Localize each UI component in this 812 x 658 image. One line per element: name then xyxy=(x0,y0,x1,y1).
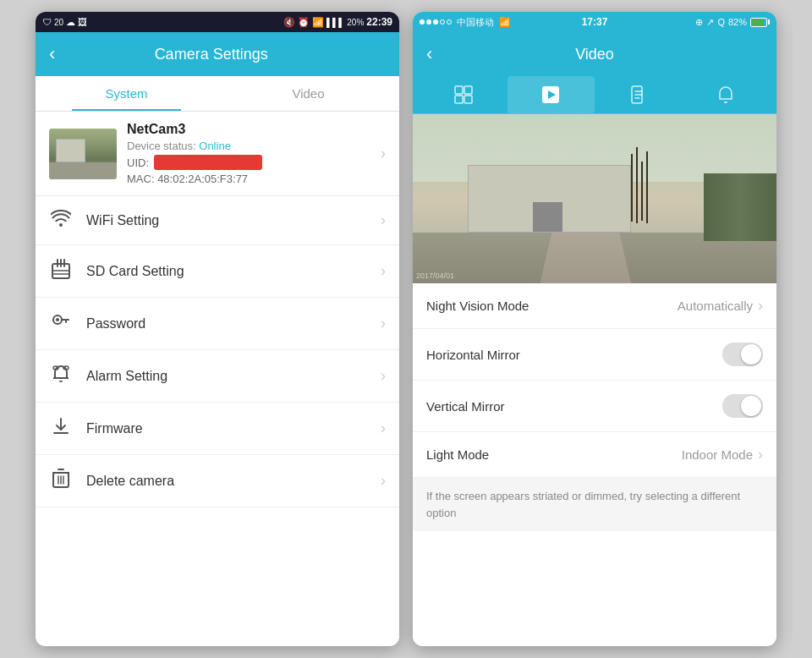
thumb-road xyxy=(49,162,117,179)
icon-tabs xyxy=(413,76,776,114)
status-bar-left: 🛡 20 ☁ 🖼 🔇 ⏰ 📶 ▌▌▌ 20% 22:39 xyxy=(36,12,399,32)
mac-label: MAC: xyxy=(127,173,155,185)
light-mode-chevron: › xyxy=(758,446,763,463)
tab-system[interactable]: System xyxy=(36,76,217,111)
status-label: Device status: xyxy=(127,140,196,152)
device-thumbnail xyxy=(49,129,117,179)
night-vision-item[interactable]: Night Vision Mode Automatically › xyxy=(413,283,776,329)
video-watermark: 2017/04/01 xyxy=(416,271,454,280)
firmware-chevron: › xyxy=(381,419,386,437)
uid-label: UID: xyxy=(127,156,149,169)
right-phone: 中国移动 📶 17:37 ⊕ ↗ Q 82% ‹ Video xyxy=(413,12,776,646)
settings-list: Night Vision Mode Automatically › Horizo… xyxy=(413,283,776,646)
play-icon xyxy=(540,85,561,105)
menu-item-alarm[interactable]: Alarm Setting › xyxy=(36,350,399,403)
tab-video[interactable]: Video xyxy=(217,76,399,111)
night-vision-value: Automatically xyxy=(678,299,753,313)
alarm-label: Alarm Setting xyxy=(86,369,381,384)
delete-camera-label: Delete camera xyxy=(86,474,381,489)
status-bar-right: 中国移动 📶 17:37 ⊕ ↗ Q 82% xyxy=(413,12,776,32)
tab-play[interactable] xyxy=(508,76,595,113)
delete-chevron: › xyxy=(381,472,386,490)
tab-home[interactable] xyxy=(420,76,508,113)
menu-item-sdcard[interactable]: SD Card Setting › xyxy=(36,245,399,298)
alarm-icon xyxy=(49,364,73,388)
tree3 xyxy=(641,162,643,221)
left-phone: 🛡 20 ☁ 🖼 🔇 ⏰ 📶 ▌▌▌ 20% 22:39 ‹ Camera Se… xyxy=(36,12,399,646)
menu-item-delete[interactable]: Delete camera › xyxy=(36,455,399,507)
menu-item-password[interactable]: Password › xyxy=(36,298,399,350)
svg-point-4 xyxy=(56,318,59,321)
thumb-building xyxy=(56,139,85,162)
time-left: 22:39 xyxy=(366,16,392,28)
tab-file[interactable] xyxy=(595,76,683,113)
key-icon xyxy=(49,311,73,336)
device-status: Device status: Online xyxy=(127,140,370,152)
dot4 xyxy=(440,19,445,25)
svg-rect-16 xyxy=(455,96,463,103)
system-video-tabs: System Video xyxy=(36,76,399,112)
menu-item-wifi[interactable]: WiFi Setting › xyxy=(36,196,399,245)
dot3 xyxy=(433,19,438,25)
tree2 xyxy=(636,147,638,223)
night-vision-label: Night Vision Mode xyxy=(426,299,678,313)
password-label: Password xyxy=(86,316,381,332)
file-icon xyxy=(628,85,649,105)
camera-settings-title: Camera Settings xyxy=(63,46,359,63)
back-button-left[interactable]: ‹ xyxy=(49,43,55,65)
light-mode-item[interactable]: Light Mode Indoor Mode › xyxy=(413,432,776,478)
battery-pct-right: 82% xyxy=(728,17,747,27)
carrier-text: 中国移动 xyxy=(457,16,494,29)
battery-icon xyxy=(750,18,770,27)
light-mode-value: Indoor Mode xyxy=(682,447,753,462)
signal-dots xyxy=(420,19,452,25)
cloud-icon: ☁ xyxy=(66,17,75,28)
video-path xyxy=(540,224,632,283)
device-info-chevron: › xyxy=(381,145,386,162)
battery-fill xyxy=(751,19,764,26)
vertical-mirror-label: Vertical Mirror xyxy=(426,399,722,414)
video-scene xyxy=(413,114,776,283)
wifi-setting-label: WiFi Setting xyxy=(86,213,381,228)
tree4 xyxy=(646,151,648,223)
uid-value-redacted: ████████ xyxy=(154,155,262,170)
video-building xyxy=(468,165,632,233)
info-note-text: If the screen appears striated or dimmed… xyxy=(426,490,740,519)
wifi-status-icon: 📶 xyxy=(312,17,324,28)
dot1 xyxy=(420,19,425,25)
video-building-door xyxy=(533,202,562,232)
arrow-icon: ↗ xyxy=(706,17,714,28)
horizontal-mirror-toggle[interactable] xyxy=(722,343,763,366)
firmware-label: Firmware xyxy=(86,421,381,436)
light-mode-label: Light Mode xyxy=(426,447,682,462)
wifi-chevron: › xyxy=(381,211,386,229)
menu-list: WiFi Setting › SD Card Setting › xyxy=(36,196,399,646)
back-button-right[interactable]: ‹ xyxy=(426,43,432,65)
battery-tip xyxy=(768,19,770,25)
bell-icon xyxy=(716,85,736,105)
horizontal-mirror-label: Horizontal Mirror xyxy=(426,348,722,362)
firmware-icon xyxy=(49,416,73,441)
mac-value: 48:02:2A:05:F3:77 xyxy=(157,173,248,185)
dot5 xyxy=(447,19,452,25)
svg-rect-15 xyxy=(464,86,472,94)
horizontal-mirror-item[interactable]: Horizontal Mirror xyxy=(413,329,776,381)
video-title: Video xyxy=(413,46,776,63)
video-trees xyxy=(631,140,776,224)
device-mac: MAC: 48:02:2A:05:F3:77 xyxy=(127,173,370,185)
image-icon: 🖼 xyxy=(78,17,87,27)
left-status-icons: 中国移动 📶 xyxy=(420,16,511,29)
device-details: NetCam3 Device status: Online UID: █████… xyxy=(117,122,381,185)
svg-rect-17 xyxy=(464,96,472,103)
trash-icon xyxy=(49,469,73,493)
tab-bell[interactable] xyxy=(683,76,771,113)
device-info-row[interactable]: NetCam3 Device status: Online UID: █████… xyxy=(36,112,399,196)
grid-icon xyxy=(453,85,474,105)
vertical-mirror-toggle[interactable] xyxy=(722,394,763,418)
vertical-mirror-item[interactable]: Vertical Mirror xyxy=(413,381,776,432)
sdcard-icon xyxy=(49,259,73,283)
device-name: NetCam3 xyxy=(127,122,370,137)
alarm-clock-icon: ⏰ xyxy=(298,17,310,28)
tree1 xyxy=(631,154,633,222)
menu-item-firmware[interactable]: Firmware › xyxy=(36,403,399,455)
